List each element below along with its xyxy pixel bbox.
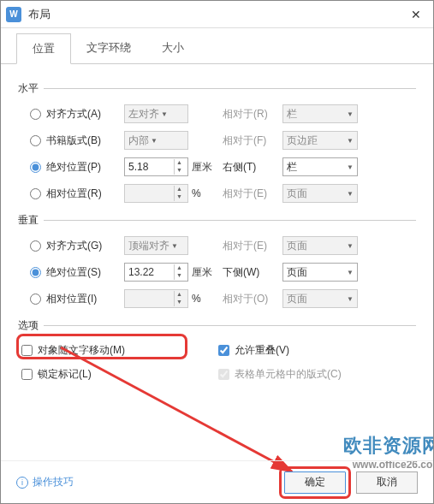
chevron-down-icon[interactable]: ▼: [175, 272, 184, 280]
app-icon: W: [6, 7, 21, 22]
h-book-rel-select: 页边距▼: [282, 131, 358, 150]
chevron-down-icon: ▼: [347, 190, 354, 198]
chevron-down-icon: ▼: [347, 269, 354, 276]
tab-text-wrap[interactable]: 文字环绕: [71, 33, 146, 63]
chevron-up-icon: ▲: [175, 186, 184, 193]
tab-size[interactable]: 大小: [146, 33, 199, 63]
v-abs-rel-select[interactable]: 页面▼: [282, 263, 358, 282]
h-rel-radio[interactable]: 相对位置(R): [30, 187, 124, 201]
v-rel-label: 相对位置(I): [46, 292, 97, 306]
h-align-radio[interactable]: 对齐方式(A): [30, 107, 124, 122]
close-button[interactable]: ✕: [399, 1, 433, 28]
chevron-down-icon: ▼: [175, 193, 184, 201]
opt-table-cell-layout: 表格单元格中的版式(C): [218, 362, 415, 386]
chevron-down-icon[interactable]: ▼: [175, 167, 184, 175]
window-title: 布局: [28, 7, 399, 22]
chevron-down-icon: ▼: [347, 137, 354, 145]
v-abs-value-stepper[interactable]: 13.22▲▼: [124, 263, 188, 282]
info-icon: i: [16, 477, 28, 489]
h-abs-rel-label: 右侧(T): [223, 160, 282, 175]
h-book-rel-label: 相对于(F): [223, 133, 282, 148]
section-horizontal-label: 水平: [18, 81, 39, 96]
v-rel-unit: %: [188, 293, 223, 305]
chevron-down-icon: ▼: [347, 163, 354, 171]
h-book-label: 书籍版式(B): [46, 133, 101, 148]
opt-lock-anchor[interactable]: 锁定标记(L): [21, 362, 218, 386]
v-align-rel-select: 页面▼: [282, 236, 358, 255]
divider: [44, 220, 416, 221]
chevron-down-icon: ▼: [347, 295, 354, 303]
v-align-radio[interactable]: 对齐方式(G): [30, 239, 124, 253]
opt-move-with-text[interactable]: 对象随文字移动(M): [21, 338, 218, 362]
h-book-radio[interactable]: 书籍版式(B): [30, 133, 124, 148]
opt-allow-overlap[interactable]: 允许重叠(V): [218, 338, 415, 362]
h-align-value-select: 左对齐▼: [124, 104, 188, 123]
v-abs-rel-label: 下侧(W): [223, 265, 282, 280]
h-abs-rel-select[interactable]: 栏▼: [282, 157, 358, 176]
h-rel-rel-select: 页面▼: [282, 184, 358, 203]
tips-link[interactable]: i 操作技巧: [16, 475, 74, 489]
v-align-rel-label: 相对于(E): [223, 239, 282, 253]
h-book-value-select: 内部▼: [124, 131, 188, 150]
divider: [44, 88, 416, 89]
h-align-rel-select: 栏▼: [282, 104, 358, 123]
chevron-down-icon: ▼: [169, 242, 180, 250]
chevron-down-icon: ▼: [159, 110, 169, 118]
chevron-up-icon[interactable]: ▲: [175, 159, 184, 167]
chevron-down-icon: ▼: [149, 137, 159, 145]
v-abs-label: 绝对位置(S): [46, 265, 101, 280]
h-abs-radio[interactable]: 绝对位置(P): [30, 160, 124, 175]
chevron-down-icon: ▼: [175, 299, 184, 306]
v-align-value-select: 顶端对齐▼: [124, 236, 188, 255]
v-abs-unit[interactable]: 厘米: [188, 265, 223, 280]
v-rel-rel-select: 页面▼: [282, 289, 358, 308]
h-abs-label: 绝对位置(P): [46, 160, 101, 175]
h-align-label: 对齐方式(A): [46, 107, 101, 122]
v-rel-value-stepper: ▲▼: [124, 289, 188, 308]
chevron-down-icon: ▼: [347, 110, 354, 118]
h-rel-label: 相对位置(R): [46, 187, 102, 201]
v-rel-rel-label: 相对于(O): [223, 292, 282, 306]
chevron-up-icon[interactable]: ▲: [175, 264, 184, 272]
section-options-label: 选项: [18, 318, 39, 333]
tab-position[interactable]: 位置: [16, 33, 71, 64]
tab-bar: 位置 文字环绕 大小: [1, 28, 433, 64]
cancel-button[interactable]: 取消: [356, 471, 418, 494]
chevron-down-icon: ▼: [347, 242, 354, 250]
v-align-label: 对齐方式(G): [46, 239, 102, 253]
h-rel-rel-label: 相对于(E): [223, 187, 282, 201]
section-vertical-label: 垂直: [18, 213, 39, 228]
h-abs-unit[interactable]: 厘米: [188, 160, 223, 175]
ok-button[interactable]: 确定: [284, 471, 346, 494]
v-rel-radio[interactable]: 相对位置(I): [30, 292, 124, 306]
chevron-up-icon: ▲: [175, 291, 184, 299]
h-abs-value-stepper[interactable]: 5.18▲▼: [124, 157, 188, 176]
h-align-rel-label: 相对于(R): [223, 107, 282, 122]
h-rel-unit: %: [188, 187, 223, 199]
v-abs-radio[interactable]: 绝对位置(S): [30, 265, 124, 280]
h-rel-value-stepper: ▲▼: [124, 184, 188, 203]
divider: [44, 325, 416, 326]
